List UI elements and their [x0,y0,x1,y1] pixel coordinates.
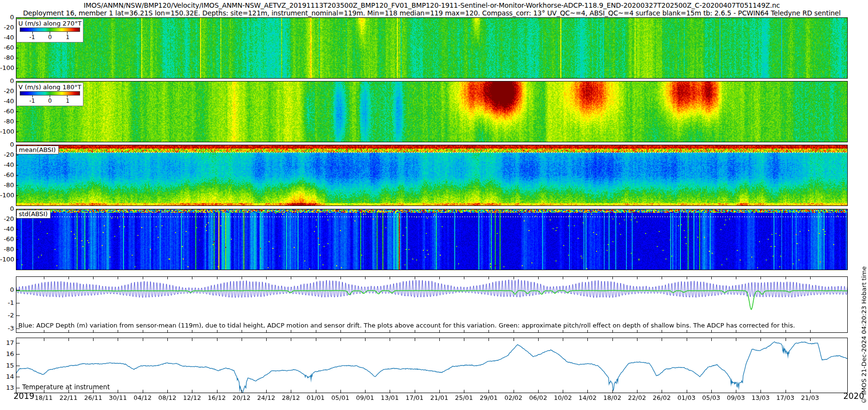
depth-variation-note: Blue: ADCP Depth (m) variation from sens… [18,322,795,329]
y-tick-label: -1 [0,299,14,306]
y-tick-label: -3 [0,325,14,332]
x-tick-label: 09/01 [353,394,378,401]
v-colorbar-ticks: -101 [20,97,80,105]
y-tick-label: 15 [0,362,14,369]
u-velocity-heatmap [16,17,848,79]
y-tick-label: -80 [0,54,14,61]
x-tick-label: 01/03 [674,394,699,401]
x-tick-label: 25/01 [451,394,476,401]
y-tick-label: -80 [0,246,14,253]
x-tick-label: 30/11 [105,394,130,401]
x-tick-label: 18/11 [31,394,56,401]
u-colorbar-ticks: -101 [20,34,80,41]
x-tick-label: 26/11 [81,394,106,401]
colorbar-tick-label: -1 [27,34,38,41]
x-tick-label: 24/12 [254,394,279,401]
v-legend-title: V (m/s) along 180°T [17,83,83,91]
x-tick-label: 28/12 [278,394,303,401]
x-tick-label: 08/12 [155,394,180,401]
imos-watermark: © IMOS 21-Dec-2024 04:20:23 Hobart time [860,266,868,404]
y-tick-label: 13 [0,384,14,391]
x-tick-label: 17/03 [773,394,798,401]
y-tick-label: 17 [0,339,14,346]
x-tick-label: 10/02 [550,394,575,401]
x-tick-label: 06/02 [526,394,551,401]
x-tick-label: 22/02 [624,394,650,401]
y-tick-label: 0 [0,205,14,212]
y-tick-label: 0 [0,77,14,84]
x-tick-label: 09/03 [723,394,748,401]
x-tick-label: 02/02 [501,394,526,401]
y-tick-label: 0 [0,14,14,21]
u-colorbar [20,27,80,34]
y-tick-label: -20 [0,151,14,158]
x-tick-label: 22/11 [56,394,81,401]
y-tick-label: 16 [0,350,14,357]
x-tick-label: 26/02 [649,394,674,401]
x-tick-label: 14/02 [575,394,600,401]
temperature-label: Temperature at instrument [22,383,110,391]
colorbar-tick-label: 1 [62,97,73,104]
x-tick-label: 16/12 [204,394,230,401]
colorbar-tick-label: -1 [27,97,38,104]
x-tick-label: 21/01 [427,394,452,401]
x-tick-label: 04/12 [130,394,155,401]
y-tick-label: -100 [0,191,14,199]
x-tick-label: 18/02 [600,394,625,401]
y-tick-label: 0 [0,141,14,148]
y-tick-label: -60 [0,108,14,115]
y-tick-label: -40 [0,97,14,105]
y-tick-label: -2 [0,312,14,319]
y-tick-label: -20 [0,24,14,31]
x-tick-label: 21/03 [798,394,823,401]
y-tick-label: -40 [0,225,14,232]
x-tick-label: 29/01 [476,394,501,401]
colorbar-tick-label: 1 [62,34,73,41]
x-tick-label: 20/12 [229,394,254,401]
v-colorbar-legend: V (m/s) along 180°T -101 [16,82,83,106]
figure-title-filename: IMOS/ANMN/NSW/BMP120/Velocity/IMOS_ANMN-… [16,1,848,9]
y-tick-label: -60 [0,171,14,178]
y-tick-label: -100 [0,256,14,263]
y-tick-label: -100 [0,128,14,135]
u-colorbar-legend: U (m/s) along 270°T -101 [16,19,83,42]
colorbar-tick-label: 0 [44,34,56,41]
x-tick-label: 12/12 [179,394,204,401]
x-tick-label: 13/01 [377,394,402,401]
colorbar-tick-label: 0 [44,97,56,104]
mean-absi-label: mean(ABSI) [16,146,59,154]
temperature-plot [16,338,848,393]
y-tick-label: -60 [0,235,14,243]
std-absi-label: std(ABSI) [16,210,51,219]
figure-title-deployment: Deployment 16, member 1 lat=36.21S lon=1… [16,9,848,17]
x-tick-label: 17/01 [402,394,427,401]
y-tick-label: -80 [0,118,14,125]
y-tick-label: -40 [0,34,14,41]
adcp-figure: IMOS/ANMN/NSW/BMP120/Velocity/IMOS_ANMN-… [0,0,868,410]
std-absi-heatmap [16,209,848,270]
y-tick-label: -100 [0,64,14,71]
x-tick-label: 13/03 [748,394,773,401]
x-tick-label: 05/03 [699,394,724,401]
y-tick-label: -80 [0,181,14,189]
mean-absi-heatmap [16,145,848,206]
x-tick-label: 05/01 [328,394,353,401]
v-colorbar [20,91,80,97]
y-tick-label: -40 [0,161,14,168]
v-velocity-heatmap [16,81,848,142]
x-tick-label: 01/01 [303,394,328,401]
y-tick-label: -20 [0,215,14,222]
y-tick-label: 0 [0,286,14,293]
u-legend-title: U (m/s) along 270°T [17,20,83,27]
y-tick-label: -20 [0,87,14,95]
y-tick-label: -60 [0,44,14,51]
y-tick-label: 14 [0,373,14,380]
